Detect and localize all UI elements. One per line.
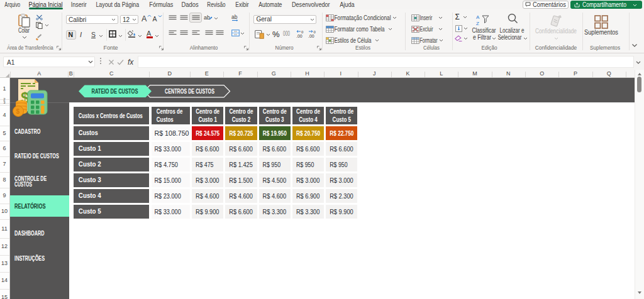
svg-text:.00: .00	[308, 34, 314, 38]
svg-text:ab: ab	[231, 14, 238, 20]
svg-text:.00: .00	[296, 34, 303, 38]
svg-text:0: 0	[314, 30, 316, 34]
svg-text:Z: Z	[476, 21, 479, 26]
svg-text:ab: ab	[204, 14, 210, 21]
svg-text:A: A	[476, 14, 480, 20]
svg-text:$: $	[16, 108, 20, 115]
svg-text:0: 0	[301, 30, 304, 34]
